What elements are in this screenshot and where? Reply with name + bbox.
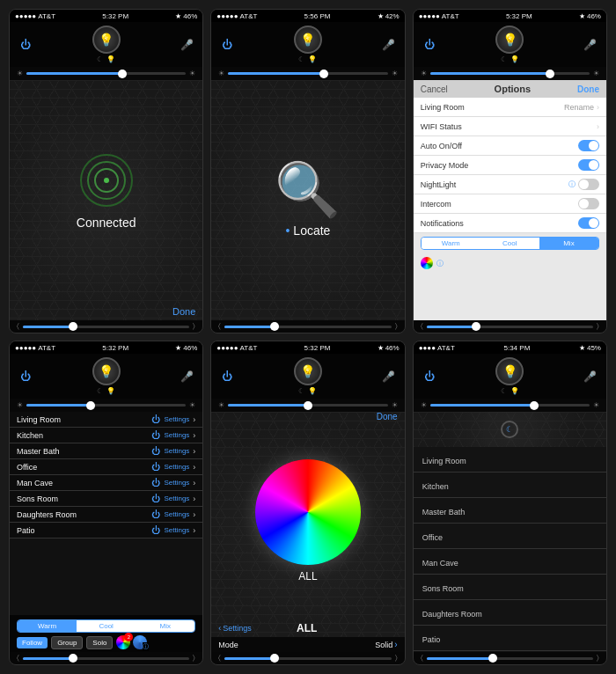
info-icon-color[interactable]: ⓘ <box>436 259 444 268</box>
volume-slider-2[interactable] <box>224 326 391 328</box>
room-row-sons-room[interactable]: Sons Room ⏻ Settings › <box>10 491 202 507</box>
power-icon-room-0[interactable]: ⏻ <box>151 414 160 424</box>
tab-mix-4[interactable]: Mix <box>136 620 194 632</box>
solo-button[interactable]: Solo <box>86 636 113 649</box>
dark-room-row-office[interactable]: Office <box>414 524 606 549</box>
group-button[interactable]: Group <box>51 636 83 649</box>
slider-thumb-2[interactable] <box>319 70 328 78</box>
settings-text-6[interactable]: Settings <box>164 510 189 518</box>
room-row-patio[interactable]: Patio ⏻ Settings › <box>10 523 202 538</box>
option-privacy-mode[interactable]: Privacy Mode <box>414 156 606 175</box>
settings-text-0[interactable]: Settings <box>164 415 189 423</box>
bulb-icon-6[interactable]: 💡 <box>495 357 524 385</box>
room-row-master-bath[interactable]: Master Bath ⏻ Settings › <box>10 443 202 459</box>
settings-text-4[interactable]: Settings <box>164 479 189 487</box>
power-icon-room-2[interactable]: ⏻ <box>151 446 160 456</box>
room-row-daughters-room[interactable]: Daughters Room ⏻ Settings › <box>10 507 202 523</box>
slider-thumb-5[interactable] <box>304 401 312 410</box>
volume-thumb-2[interactable] <box>270 322 279 331</box>
power-icon-4[interactable]: ⏻ <box>17 368 34 385</box>
settings-text-2[interactable]: Settings <box>164 447 189 455</box>
bulb-icon-5[interactable]: 💡 <box>294 357 322 385</box>
mic-icon-2[interactable]: 🎤 <box>380 36 398 54</box>
toggle-auto-onoff[interactable] <box>578 140 599 151</box>
bulb-icon-3[interactable]: 💡 <box>495 26 524 54</box>
room-row-office[interactable]: Office ⏻ Settings › <box>10 459 202 475</box>
dark-room-row-man-cave[interactable]: Man Cave <box>414 549 606 575</box>
volume-thumb-5[interactable] <box>270 654 279 663</box>
bulb-icon-1[interactable]: 💡 <box>92 26 121 54</box>
info-icon-nightlight[interactable]: ⓘ <box>568 179 576 189</box>
mic-icon-3[interactable]: 🎤 <box>582 36 599 54</box>
slider-track-6[interactable] <box>430 404 590 407</box>
option-notifications[interactable]: Notifications <box>414 214 606 233</box>
slider-track-2[interactable] <box>228 72 387 75</box>
slider-thumb-3[interactable] <box>546 70 554 78</box>
power-icon-5[interactable]: ⏻ <box>218 368 236 385</box>
slider-thumb-1[interactable] <box>118 70 127 78</box>
dark-room-row-daughters-room[interactable]: Daughters Room <box>414 600 606 626</box>
slider-thumb-6[interactable] <box>530 401 539 410</box>
toggle-notifications[interactable] <box>578 217 599 229</box>
settings-text-5[interactable]: Settings <box>164 495 189 502</box>
done-button-1[interactable]: Done <box>10 303 202 320</box>
power-icon-room-6[interactable]: ⏻ <box>151 509 160 519</box>
toggle-intercom[interactable] <box>578 198 599 209</box>
rainbow-color-dot[interactable] <box>421 257 433 269</box>
toggle-privacy-mode[interactable] <box>578 159 599 171</box>
brightness-slider-6[interactable]: ☀ ☀ <box>414 399 606 412</box>
bulb-icon-4[interactable]: 💡 <box>92 357 121 385</box>
brightness-slider-3[interactable]: ☀ ☀ <box>414 67 606 80</box>
slider-track-5[interactable] <box>228 404 387 407</box>
volume-slider-5[interactable] <box>224 657 391 660</box>
option-wifi-status[interactable]: WIFI Status › <box>414 117 606 136</box>
power-icon-2[interactable]: ⏻ <box>218 36 236 54</box>
power-icon-3[interactable]: ⏻ <box>421 36 438 54</box>
option-nightlight[interactable]: NightLight ⓘ <box>414 175 606 194</box>
tab-mix-3[interactable]: Mix <box>539 238 598 249</box>
power-icon-room-1[interactable]: ⏻ <box>151 430 160 440</box>
option-intercom[interactable]: Intercom <box>414 194 606 214</box>
volume-slider-4[interactable] <box>23 657 189 660</box>
brightness-slider-5[interactable]: ☀ ☀ <box>211 399 404 412</box>
cancel-button[interactable]: Cancel <box>421 84 448 94</box>
slider-thumb-4[interactable] <box>86 401 95 410</box>
power-icon-room-7[interactable]: ⏻ <box>151 525 160 535</box>
power-icon-room-5[interactable]: ⏻ <box>151 494 160 503</box>
tab-warm-3[interactable]: Warm <box>422 238 480 249</box>
brightness-slider-1[interactable]: ☀ ☀ <box>10 67 202 80</box>
settings-text-7[interactable]: Settings <box>164 526 189 534</box>
volume-slider-6[interactable] <box>427 657 593 660</box>
power-icon-6[interactable]: ⏻ <box>421 368 438 385</box>
settings-text-3[interactable]: Settings <box>164 463 189 471</box>
done-button-3[interactable]: Done <box>577 84 599 94</box>
volume-thumb-3[interactable] <box>472 322 480 331</box>
volume-thumb-6[interactable] <box>488 654 497 663</box>
option-auto-onoff[interactable]: Auto On/Off <box>414 136 606 156</box>
power-icon-room-4[interactable]: ⏻ <box>151 478 160 487</box>
toggle-nightlight[interactable] <box>578 179 599 190</box>
room-row-kitchen[interactable]: Kitchen ⏻ Settings › <box>10 428 202 443</box>
dark-room-row-master-bath[interactable]: Master Bath <box>414 498 606 524</box>
bulb-icon-2[interactable]: 💡 <box>294 26 322 54</box>
power-icon-1[interactable]: ⏻ <box>17 36 34 54</box>
mic-icon-1[interactable]: 🎤 <box>178 36 195 54</box>
dark-room-row-sons-room[interactable]: Sons Room <box>414 575 606 600</box>
done-button-5[interactable]: Done <box>211 412 404 421</box>
volume-slider-1[interactable] <box>23 326 189 328</box>
room-row-man-cave[interactable]: Man Cave ⏻ Settings › <box>10 475 202 491</box>
option-living-room[interactable]: Living Room Rename › <box>414 98 606 117</box>
mic-icon-4[interactable]: 🎤 <box>178 368 195 385</box>
brightness-slider-2[interactable]: ☀ ☀ <box>211 67 404 80</box>
volume-slider-3[interactable] <box>427 326 593 328</box>
dark-room-row-kitchen[interactable]: Kitchen <box>414 473 606 498</box>
slider-track-4[interactable] <box>26 404 186 407</box>
slider-track-1[interactable] <box>26 72 186 75</box>
follow-button[interactable]: Follow <box>17 637 48 648</box>
room-row-living-room[interactable]: Living Room ⏻ Settings › <box>10 412 202 428</box>
color-wheel[interactable] <box>255 459 361 565</box>
tab-cool-3[interactable]: Cool <box>480 238 539 249</box>
settings-text-1[interactable]: Settings <box>164 431 189 439</box>
volume-thumb-4[interactable] <box>69 654 77 663</box>
slider-track-3[interactable] <box>430 72 590 75</box>
